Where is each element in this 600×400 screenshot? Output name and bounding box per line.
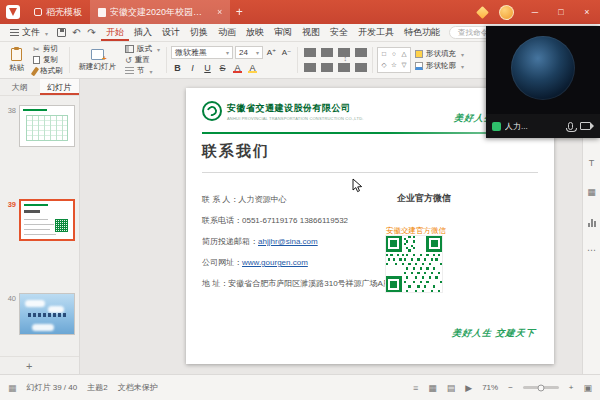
notes-icon[interactable]: [413, 383, 418, 393]
star-shape-icon[interactable]: [391, 62, 397, 69]
menu-tab-transition[interactable]: 切换: [185, 24, 213, 41]
underline-button[interactable]: U: [201, 61, 214, 74]
menu-tab-view[interactable]: 视图: [297, 24, 325, 41]
rectangle-shape-icon[interactable]: [382, 51, 386, 58]
file-menu[interactable]: 文件: [4, 24, 54, 41]
layout-button[interactable]: 版式: [123, 44, 162, 54]
theme-name: 主题2: [87, 382, 107, 393]
bold-button[interactable]: B: [171, 61, 184, 74]
section-button[interactable]: 节: [123, 66, 162, 76]
menu-tab-insert[interactable]: 插入: [129, 24, 157, 41]
textbox-icon[interactable]: [586, 157, 598, 169]
panel-footer: +: [0, 356, 79, 374]
address-row: 地 址： 安徽省合肥市庐阳区濉溪路310号祥源广场A座: [202, 280, 391, 288]
down-triangle-shape-icon[interactable]: [402, 62, 407, 69]
menu-tab-review[interactable]: 审阅: [269, 24, 297, 41]
microphone-icon[interactable]: [568, 122, 573, 130]
new-slide-button[interactable]: 新建幻灯片: [74, 44, 122, 76]
cut-button[interactable]: 剪切: [31, 44, 65, 54]
website-row: 公司网址： www.gourgen.com: [202, 259, 391, 267]
company-logo: 安徽省交通建设股份有限公司 ANHUI PROVINCIAL TRANSPORT…: [202, 101, 364, 121]
menu-tab-home[interactable]: 开始: [101, 24, 129, 41]
thumbnail-image[interactable]: [19, 293, 75, 335]
email-link[interactable]: ahjjhr@sina.com: [258, 238, 318, 246]
justify-button[interactable]: [353, 61, 368, 74]
title-rule: [202, 172, 538, 173]
ribbon-divider: [69, 47, 70, 73]
tab-outline[interactable]: 大纲: [0, 79, 40, 95]
triangle-shape-icon[interactable]: [402, 51, 407, 58]
slide-thumbnail-40[interactable]: 40: [0, 293, 79, 335]
new-tab-button[interactable]: +: [230, 5, 248, 19]
shape-outline-button[interactable]: 形状轮廓: [413, 61, 466, 71]
increase-font-button[interactable]: [265, 46, 278, 59]
redo-icon[interactable]: [84, 25, 99, 40]
website-link[interactable]: www.gourgen.com: [242, 259, 308, 267]
menu-tab-security[interactable]: 安全: [325, 24, 353, 41]
align-center-button[interactable]: [319, 61, 334, 74]
more-tools-icon[interactable]: [586, 244, 598, 256]
thumb-logo-line: [24, 204, 48, 206]
play-slideshow-icon[interactable]: ▶: [465, 383, 472, 393]
format-painter-button[interactable]: 格式刷: [31, 66, 65, 76]
menu-tab-animation[interactable]: 动画: [213, 24, 241, 41]
maximize-button[interactable]: □: [548, 0, 574, 24]
paste-label: 粘贴: [9, 63, 24, 73]
undo-icon[interactable]: [69, 25, 84, 40]
zoom-slider[interactable]: [523, 386, 559, 389]
reset-button[interactable]: 重置: [123, 55, 162, 65]
paragraph-group: [302, 44, 368, 76]
tab-slides[interactable]: 幻灯片: [40, 79, 80, 95]
member-diamond-icon[interactable]: [476, 6, 489, 19]
font-color-button[interactable]: A: [231, 61, 244, 74]
copy-button[interactable]: 复制: [31, 55, 65, 65]
panel-tabs: 大纲 幻灯片: [0, 79, 79, 96]
highlight-color-button[interactable]: A: [246, 61, 259, 74]
align-right-button[interactable]: [336, 61, 351, 74]
thumbnail-image[interactable]: [19, 199, 75, 241]
thumbnail-image[interactable]: [19, 105, 75, 147]
table-icon[interactable]: [586, 186, 598, 198]
shapes-gallery[interactable]: [377, 47, 411, 73]
zoom-slider-knob[interactable]: [537, 384, 544, 391]
zoom-in-button[interactable]: +: [569, 383, 574, 392]
bullets-button[interactable]: [302, 46, 317, 59]
shape-fill-swatch-icon: [415, 50, 423, 58]
close-button[interactable]: ×: [574, 0, 600, 24]
save-icon[interactable]: [54, 25, 69, 40]
tab-document[interactable]: 安徽交建2020年校园招聘.ppt ×: [90, 0, 230, 24]
font-size-select[interactable]: 24: [235, 46, 263, 59]
zoom-percentage[interactable]: 71%: [482, 383, 498, 392]
paste-button[interactable]: 粘贴: [4, 44, 29, 76]
shape-fill-button[interactable]: 形状填充: [413, 49, 466, 59]
circle-shape-icon[interactable]: [392, 51, 396, 58]
slide-thumbnail-38[interactable]: 38: [0, 105, 79, 147]
normal-view-icon[interactable]: ▦: [428, 383, 437, 393]
user-avatar[interactable]: [499, 5, 514, 20]
decrease-font-button[interactable]: [280, 46, 293, 59]
strikethrough-button[interactable]: S: [216, 61, 229, 74]
slide-thumbnail-39-selected[interactable]: 39: [0, 199, 79, 241]
grid-icon[interactable]: [8, 383, 17, 393]
diamond-shape-icon[interactable]: [382, 62, 387, 69]
add-slide-button[interactable]: +: [26, 360, 32, 372]
close-tab-icon[interactable]: ×: [217, 7, 222, 17]
font-name-select[interactable]: 微软雅黑: [171, 46, 233, 59]
italic-button[interactable]: I: [186, 61, 199, 74]
line-spacing-button[interactable]: [353, 46, 368, 59]
menu-tab-design[interactable]: 设计: [157, 24, 185, 41]
minimize-button[interactable]: ─: [522, 0, 548, 24]
menu-tab-slideshow[interactable]: 放映: [241, 24, 269, 41]
menu-tab-features[interactable]: 特色功能: [399, 24, 445, 41]
video-call-overlay[interactable]: 人力...: [486, 26, 600, 138]
fit-to-window-icon[interactable]: [583, 383, 592, 393]
tab-docer-templates[interactable]: 稻壳模板: [26, 0, 90, 24]
sorter-view-icon[interactable]: ▤: [447, 383, 456, 393]
align-left-button[interactable]: [302, 61, 317, 74]
wps-logo-icon[interactable]: [6, 5, 20, 19]
numbering-button[interactable]: [319, 46, 334, 59]
chart-icon[interactable]: [586, 215, 598, 227]
camera-icon[interactable]: [580, 122, 591, 130]
zoom-out-button[interactable]: −: [508, 383, 513, 392]
menu-tab-devtools[interactable]: 开发工具: [353, 24, 399, 41]
